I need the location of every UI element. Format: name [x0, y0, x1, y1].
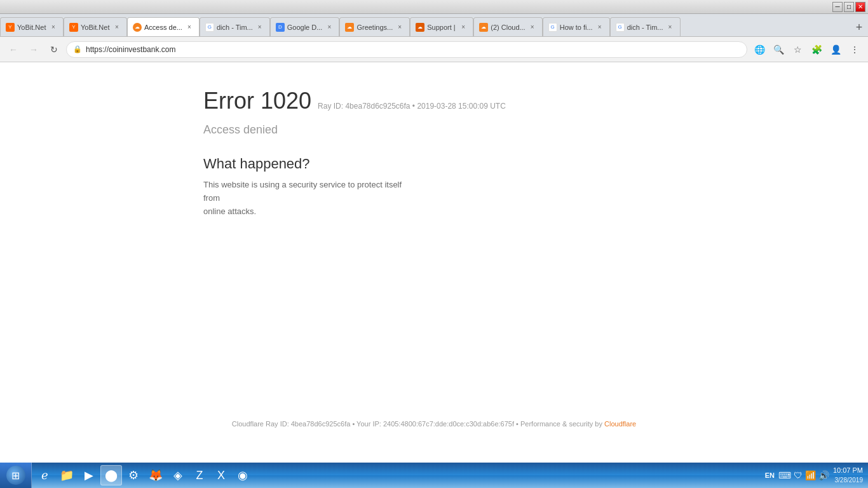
network-icon: 📶	[805, 470, 816, 480]
translate-icon[interactable]: 🌐	[751, 41, 768, 58]
forward-button[interactable]: →	[25, 41, 42, 58]
tab-label: Access de...	[144, 24, 182, 31]
tab-close-button[interactable]: ×	[595, 23, 604, 32]
footer-text: Cloudflare Ray ID: 4bea78d6c925c6fa • Yo…	[232, 420, 604, 428]
reload-button[interactable]: ↻	[46, 41, 62, 58]
tab-label: How to fi...	[560, 24, 593, 31]
minimize-button[interactable]: ─	[832, 2, 843, 12]
tab-label: Greetings...	[356, 24, 393, 31]
description: This website is using a security service…	[203, 179, 419, 218]
tab-label: Support |	[427, 24, 456, 31]
page-content: Error 1020 Ray ID: 4bea78d6c925c6fa • 20…	[0, 62, 868, 463]
description-line2: online attacks.	[203, 207, 256, 216]
taskbar-clock: 10:07 PM 3/28/2019	[833, 466, 863, 484]
keyboard-icon: ⌨	[778, 470, 791, 480]
tab-close-button[interactable]: ×	[255, 23, 264, 32]
lock-icon: 🔒	[73, 45, 82, 53]
tab-label: dich - Tim...	[217, 24, 253, 31]
start-orb: ⊞	[6, 466, 25, 485]
taskbar-date: 3/28/2019	[835, 476, 864, 485]
taskbar-app-app1[interactable]: ◈	[168, 465, 188, 485]
ray-info: Ray ID: 4bea78d6c925c6fa • 2019-03-28 15…	[318, 102, 506, 111]
menu-icon[interactable]: ⋮	[846, 41, 863, 58]
taskbar-app-media[interactable]: ▶	[79, 465, 99, 485]
start-button[interactable]: ⊞	[0, 463, 32, 488]
tab-label: Google D...	[287, 24, 323, 31]
toolbar-icons: 🌐 🔍 ☆ 🧩 👤 ⋮	[751, 41, 863, 58]
tab-close-button[interactable]: ×	[49, 23, 58, 32]
taskbar-right: EN ⌨ 🛡 📶 🔊 10:07 PM 3/28/2019	[760, 463, 868, 488]
taskbar-time: 10:07 PM	[833, 466, 863, 475]
title-bar: ─ □ ✕	[0, 0, 868, 14]
taskbar-app-files[interactable]: 📁	[56, 465, 78, 485]
star-icon[interactable]: ☆	[789, 41, 806, 58]
tab-favicon: Y	[69, 23, 78, 32]
tab-tab-cloud2[interactable]: ☁(2) Cloud...×	[473, 17, 542, 36]
taskbar-app-zalo[interactable]: Z	[189, 465, 210, 485]
tab-tab-howto[interactable]: GHow to fi...×	[543, 17, 610, 36]
tab-favicon: ☁	[133, 23, 142, 32]
tab-favicon: G	[548, 23, 557, 32]
taskbar-lang: EN	[765, 471, 775, 479]
address-bar: ← → ↻ 🔒 https://coininvestbank.com 🌐 🔍 ☆…	[0, 37, 868, 62]
volume-icon: 🔊	[818, 470, 829, 480]
address-input[interactable]: 🔒 https://coininvestbank.com	[66, 41, 747, 58]
taskbar-app-chrome[interactable]: ⬤	[100, 465, 122, 485]
tab-close-button[interactable]: ×	[459, 23, 468, 32]
what-happened-title: What happened?	[203, 156, 868, 172]
maximize-button[interactable]: □	[844, 2, 854, 12]
access-denied-label: Access denied	[203, 123, 868, 137]
person-icon[interactable]: 👤	[827, 41, 844, 58]
tab-close-button[interactable]: ×	[112, 23, 121, 32]
close-button[interactable]: ✕	[855, 2, 865, 12]
tab-favicon: ☁	[479, 23, 488, 32]
footer-info: Cloudflare Ray ID: 4bea78d6c925c6fa • Yo…	[0, 420, 868, 428]
taskbar-app-clockwork[interactable]: ⚙	[123, 465, 144, 485]
tab-label: YoBit.Net	[17, 24, 46, 31]
taskbar-app-firefox[interactable]: 🦊	[145, 465, 166, 485]
taskbar-app-ie[interactable]: ℯ	[34, 465, 55, 485]
antivirus-icon: 🛡	[794, 470, 803, 480]
taskbar-app-excel[interactable]: X	[211, 465, 231, 485]
tab-favicon: G	[616, 23, 625, 32]
error-title-row: Error 1020 Ray ID: 4bea78d6c925c6fa • 20…	[203, 88, 868, 118]
tab-tab-dich2[interactable]: Gdich - Tim...×	[610, 17, 681, 36]
tab-favicon: G	[205, 23, 214, 32]
error-title: Error 1020	[203, 88, 311, 114]
tab-label: dich - Tim...	[627, 24, 663, 31]
back-button[interactable]: ←	[5, 41, 22, 58]
tab-favicon: ☁	[416, 23, 424, 32]
new-tab-button[interactable]: +	[850, 18, 868, 36]
tab-tab-greetings[interactable]: ☁Greetings...×	[339, 17, 410, 36]
taskbar: ⊞ ℯ📁▶⬤⚙🦊◈ZX◉ EN ⌨ 🛡 📶 🔊 10:07 PM 3/28/20…	[0, 463, 868, 488]
tab-favicon: D	[276, 23, 285, 32]
tab-bar: YYoBit.Net×YYoBit.Net×☁Access de...×Gdic…	[0, 14, 868, 37]
tab-favicon: Y	[6, 23, 15, 32]
tab-close-button[interactable]: ×	[185, 23, 194, 32]
tab-tab-dich1[interactable]: Gdich - Tim...×	[200, 17, 270, 36]
taskbar-sys-icons: ⌨ 🛡 📶 🔊	[778, 470, 829, 480]
taskbar-app-app2[interactable]: ◉	[233, 465, 253, 485]
window-controls[interactable]: ─ □ ✕	[832, 2, 865, 12]
tab-close-button[interactable]: ×	[528, 23, 537, 32]
cloudflare-link[interactable]: Cloudflare	[604, 420, 636, 428]
tab-label: (2) Cloud...	[491, 24, 525, 31]
tab-tab-google[interactable]: DGoogle D...×	[270, 17, 340, 36]
tab-tab-access[interactable]: ☁Access de...×	[127, 17, 200, 36]
description-line1: This website is using a security service…	[203, 180, 402, 203]
search-icon[interactable]: 🔍	[770, 41, 787, 58]
extension-icon[interactable]: 🧩	[808, 41, 825, 58]
taskbar-apps: ℯ📁▶⬤⚙🦊◈ZX◉	[32, 463, 255, 488]
tab-close-button[interactable]: ×	[666, 23, 675, 32]
tab-close-button[interactable]: ×	[395, 23, 404, 32]
tab-label: YoBit.Net	[81, 24, 110, 31]
tab-tab-support[interactable]: ☁Support |×	[410, 17, 473, 36]
tab-tab-yobit-2[interactable]: YYoBit.Net×	[64, 17, 127, 36]
tab-favicon: ☁	[345, 23, 354, 32]
tab-tab-yobit-1[interactable]: YYoBit.Net×	[0, 17, 64, 36]
tab-close-button[interactable]: ×	[325, 23, 334, 32]
error-number: Error 1020	[203, 88, 311, 114]
url-text: https://coininvestbank.com	[86, 45, 740, 54]
